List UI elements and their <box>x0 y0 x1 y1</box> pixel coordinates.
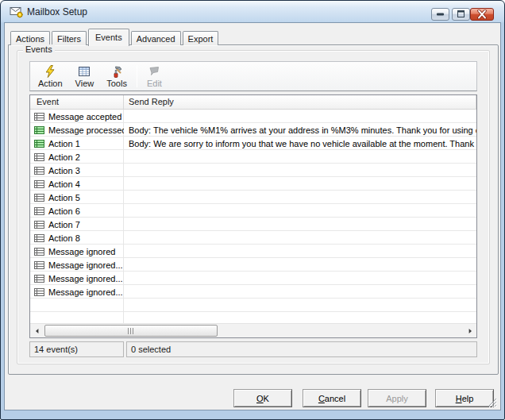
column-header-send-reply[interactable]: Send Reply <box>124 95 476 109</box>
scroll-right-icon <box>467 328 473 334</box>
list-item[interactable]: Message ignored <box>30 245 476 258</box>
minimize-icon <box>434 10 446 18</box>
maximize-button[interactable] <box>452 8 470 21</box>
event-item-icon <box>34 275 44 283</box>
list-item[interactable]: Action 5 <box>30 191 476 204</box>
lightning-icon <box>44 65 56 78</box>
event-name: Message ignored... <box>48 287 123 297</box>
title-bar[interactable]: Mailbox Setup <box>1 1 504 22</box>
event-item-icon <box>34 207 44 215</box>
view-button[interactable]: View <box>69 63 101 90</box>
event-item-icon <box>34 180 44 188</box>
status-event-count: 14 event(s) <box>29 341 124 357</box>
event-name: Message ignored <box>48 247 115 256</box>
tab-actions[interactable]: Actions <box>10 31 50 45</box>
scroll-right-button[interactable] <box>463 324 476 337</box>
event-name: Action 6 <box>48 206 80 216</box>
tab-advanced[interactable]: Advanced <box>131 31 181 45</box>
scroll-left-button[interactable] <box>30 324 44 337</box>
events-group-label: Events <box>23 44 55 54</box>
event-item-icon <box>34 167 44 175</box>
event-reply: Body: The vehicle %M1% arrives at your a… <box>124 125 476 135</box>
horizontal-scrollbar[interactable] <box>30 323 476 337</box>
list-item[interactable]: Action 6 <box>30 204 476 218</box>
event-item-icon <box>34 234 44 242</box>
events-listview: Event Send Reply Message accepted Messag… <box>29 94 477 338</box>
toolbar-separator <box>137 65 137 87</box>
list-item[interactable]: Message ignored... <box>30 272 476 285</box>
mailbox-setup-dialog: Mailbox Setup Actions Filters Events Adv… <box>0 0 505 420</box>
list-item[interactable]: Action 2 <box>30 150 476 164</box>
event-name: Message ignored... <box>48 274 123 283</box>
tools-button[interactable]: Tools <box>100 63 133 90</box>
event-item-icon <box>34 248 44 256</box>
hammer-tools-icon <box>110 65 123 78</box>
minimize-button[interactable] <box>431 8 449 21</box>
event-name: Message accepted <box>48 112 121 121</box>
scrollbar-thumb[interactable] <box>44 325 218 337</box>
tab-strip: Actions Filters Events Advanced Export <box>10 27 220 45</box>
event-name: Action 4 <box>48 179 80 189</box>
ok-button[interactable]: OK <box>233 389 292 407</box>
maximize-icon <box>455 10 467 19</box>
list-item[interactable]: Action 8 <box>30 231 476 245</box>
list-item[interactable]: Message ignored... <box>30 285 476 299</box>
edit-button[interactable]: Edit <box>141 63 168 90</box>
event-name: Action 1 <box>48 139 80 148</box>
column-header-event[interactable]: Event <box>30 95 124 109</box>
status-selected-count: 0 selected <box>126 341 477 357</box>
list-item[interactable]: Message processed Body: The vehicle %M1%… <box>30 123 476 137</box>
event-reply: Body: We are sorry to inform you that we… <box>124 139 476 148</box>
event-name: Action 2 <box>48 152 80 162</box>
event-item-icon <box>34 113 44 121</box>
tab-export[interactable]: Export <box>183 31 219 45</box>
list-item[interactable]: Message ignored... <box>30 258 476 272</box>
close-icon <box>476 10 488 19</box>
dialog-content: Actions Filters Events Advanced Export E… <box>4 22 501 410</box>
scroll-left-icon <box>34 328 40 334</box>
list-item[interactable]: Message accepted <box>30 110 476 123</box>
resize-grip-icon[interactable] <box>486 396 497 407</box>
tab-events[interactable]: Events <box>88 29 129 46</box>
window-title: Mailbox Setup <box>27 6 87 17</box>
list-header: Event Send Reply <box>30 95 476 110</box>
list-body: Message accepted Message processed Body:… <box>30 110 476 323</box>
table-view-icon <box>78 65 91 78</box>
edit-button-label: Edit <box>147 79 162 88</box>
action-button[interactable]: Action <box>32 63 69 90</box>
event-item-icon <box>34 194 44 202</box>
event-item-icon <box>34 153 44 161</box>
status-bar: 14 event(s) 0 selected <box>29 341 477 357</box>
mailbox-setup-icon <box>10 6 24 18</box>
event-item-icon <box>34 261 44 269</box>
tools-button-label: Tools <box>106 79 127 88</box>
event-name: Message ignored... <box>48 260 123 270</box>
event-name: Message processed <box>48 125 124 135</box>
event-item-icon <box>34 140 44 148</box>
action-button-label: Action <box>38 79 63 88</box>
list-item[interactable]: Action 7 <box>30 218 476 231</box>
event-name: Action 3 <box>48 166 80 175</box>
list-item[interactable]: Action 3 <box>30 164 476 177</box>
tab-filters[interactable]: Filters <box>52 31 87 45</box>
close-button[interactable] <box>470 8 494 21</box>
event-name: Action 8 <box>48 233 80 243</box>
cancel-button[interactable]: Cancel <box>303 389 361 407</box>
event-item-icon <box>34 221 44 229</box>
event-item-icon <box>34 126 44 134</box>
apply-button[interactable]: Apply <box>368 389 426 407</box>
list-item[interactable]: Action 1 Body: We are sorry to inform yo… <box>30 137 476 150</box>
events-toolbar: Action View Tools <box>29 61 477 91</box>
event-name: Action 7 <box>48 220 80 229</box>
edit-icon <box>148 65 160 78</box>
view-button-label: View <box>75 79 94 88</box>
help-button[interactable]: Help <box>435 389 494 407</box>
event-name: Action 5 <box>48 193 80 202</box>
scrollbar-grip <box>128 328 134 334</box>
event-item-icon <box>34 288 44 296</box>
list-item[interactable]: Action 4 <box>30 177 476 191</box>
